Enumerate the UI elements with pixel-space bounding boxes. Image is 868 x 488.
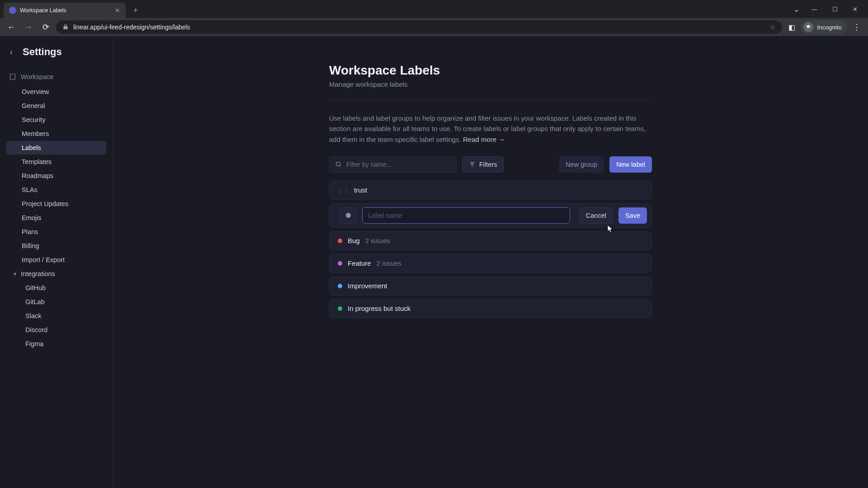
sidebar-item-billing[interactable]: Billing [6,239,106,253]
sidebar-item-security[interactable]: Security [6,113,106,127]
sidebar-item-roadmaps[interactable]: Roadmaps [6,169,106,183]
workspace-label: Workspace [21,73,53,80]
back-chevron-icon[interactable]: ‹ [10,47,18,57]
sidebar-item-overview[interactable]: Overview [6,85,106,99]
label-color-dot [338,261,342,266]
settings-title: Settings [23,46,62,58]
browser-menu-icon[interactable]: ⋮ [853,22,861,32]
bookmark-icon[interactable]: ☆ [770,23,776,31]
window-close-button[interactable]: ✕ [845,2,865,16]
browser-tab[interactable]: Workspace Labels ✕ [4,3,126,18]
integrations-label: Integrations [21,270,55,277]
workspace-section-header: Workspace [6,70,106,83]
lock-icon [62,23,69,31]
settings-sidebar: ‹ Settings Workspace Overview General Se… [0,36,113,488]
favicon [9,7,16,14]
building-icon [9,73,16,80]
reload-button[interactable]: ⟳ [39,20,52,34]
new-group-button[interactable]: New group [559,156,604,173]
save-button[interactable]: Save [618,207,647,224]
label-row[interactable]: Bug 2 issues [329,231,652,250]
filter-input[interactable] [346,161,451,168]
sidebar-item-discord[interactable]: Discord [6,323,106,337]
page-description: Use labels and label groups to help orga… [329,113,652,145]
sidebar-item-slas[interactable]: SLAs [6,183,106,197]
sidebar-item-members[interactable]: Members [6,127,106,141]
svg-line-6 [340,166,341,167]
sidebar-item-templates[interactable]: Templates [6,155,106,169]
sidebar-item-github[interactable]: GitHub [6,281,106,295]
sidebar-item-labels[interactable]: Labels [6,141,106,155]
label-color-dot [338,284,342,288]
label-row[interactable]: Feature 2 issues [329,254,652,273]
sidebar-item-project-updates[interactable]: Project Updates [6,197,106,211]
address-bar[interactable]: linear.app/ui-feed-redesign/settings/lab… [56,20,782,34]
label-color-dot [338,306,342,311]
new-tab-button[interactable]: + [129,4,142,17]
read-more-link[interactable]: Read more → [463,136,505,143]
window-maximize-button[interactable]: ☐ [825,2,845,16]
swatch-dot [346,213,351,218]
cancel-button[interactable]: Cancel [579,207,613,224]
label-edit-row: Cancel Save [329,203,652,228]
label-row[interactable]: Improvement [329,277,652,296]
label-name: In progress but stuck [348,305,410,312]
page-subtitle: Manage workspace labels [329,80,652,100]
label-row[interactable]: In progress but stuck [329,299,652,318]
triangle-down-icon: ▼ [13,272,18,277]
forward-button[interactable]: → [22,20,35,34]
sidebar-item-plans[interactable]: Plans [6,225,106,239]
page-title: Workspace Labels [329,63,652,78]
sidebar-item-slack[interactable]: Slack [6,309,106,323]
label-issue-count: 2 issues [377,259,401,267]
filter-search-box[interactable] [329,156,457,173]
label-color-dot [338,239,342,243]
label-group-row[interactable]: ⋮⋮ trust [329,181,652,200]
drag-handle-icon[interactable]: ⋮⋮ [338,187,349,193]
extensions-icon[interactable]: ◧ [788,23,795,32]
group-name: trust [354,186,367,194]
tab-search-icon[interactable]: ⌄ [788,2,804,16]
close-tab-icon[interactable]: ✕ [115,7,120,14]
filters-button[interactable]: Filters [462,156,504,173]
search-icon [335,161,342,168]
label-issue-count: 2 issues [365,237,390,244]
sidebar-item-general[interactable]: General [6,99,106,113]
back-button[interactable]: ← [5,20,18,34]
new-label-button[interactable]: New label [609,156,652,173]
sidebar-item-import-export[interactable]: Import / Export [6,253,106,267]
sidebar-integrations-toggle[interactable]: ▼ Integrations [6,267,106,281]
label-name-input[interactable] [362,207,570,224]
settings-header[interactable]: ‹ Settings [8,46,106,58]
window-minimize-button[interactable]: ― [804,2,825,16]
label-name: Feature [348,259,371,267]
svg-point-5 [336,162,340,166]
color-picker-button[interactable] [340,207,357,224]
sidebar-item-gitlab[interactable]: GitLab [6,295,106,309]
incognito-label: Incognito [817,24,842,31]
incognito-badge[interactable]: Incognito [801,20,847,34]
sidebar-item-emojis[interactable]: Emojis [6,211,106,225]
filter-icon [469,161,476,168]
sidebar-item-figma[interactable]: Figma [6,337,106,351]
svg-rect-0 [10,74,15,80]
label-name: Bug [348,237,360,244]
label-name: Improvement [348,282,387,290]
url-text: linear.app/ui-feed-redesign/settings/lab… [73,23,190,31]
tab-title: Workspace Labels [20,7,111,14]
incognito-icon [803,22,813,32]
